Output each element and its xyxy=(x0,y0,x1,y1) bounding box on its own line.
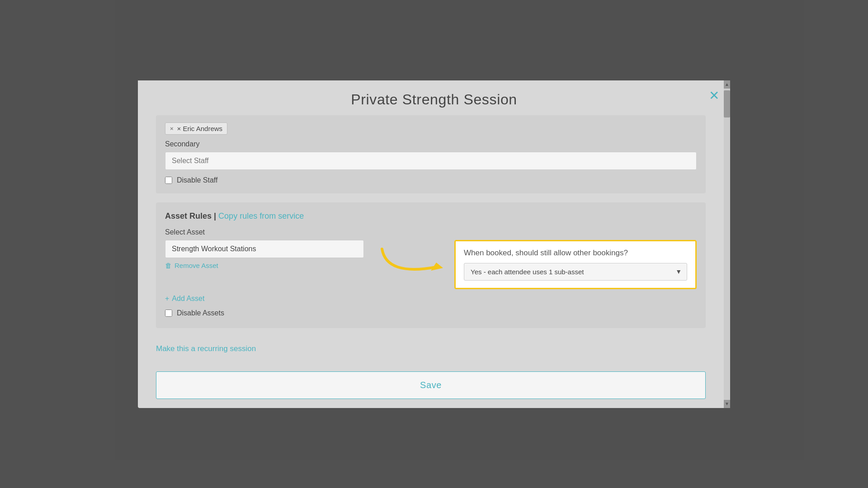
disable-assets-checkbox[interactable] xyxy=(165,310,172,317)
booking-question-box: When booked, should still allow other bo… xyxy=(454,240,697,289)
staff-section: × × Eric Andrews Secondary Disable Staff xyxy=(156,115,706,193)
modal-container: Private Strength Session ✕ ▲ ▼ × × Eric … xyxy=(138,80,730,408)
booking-select-wrapper: Yes - each attendee uses 1 sub-asset No … xyxy=(464,263,687,281)
remove-asset-button[interactable]: 🗑 Remove Asset xyxy=(165,262,218,269)
scroll-up-button[interactable]: ▲ xyxy=(724,80,730,89)
save-button-container: Save xyxy=(156,371,706,399)
close-button[interactable]: ✕ xyxy=(709,89,719,102)
plus-icon: + xyxy=(165,295,169,303)
asset-rules-section: Asset Rules | Copy rules from service Se… xyxy=(156,202,706,328)
disable-staff-label: Disable Staff xyxy=(177,176,217,184)
scroll-down-button[interactable]: ▼ xyxy=(724,400,730,408)
arrow-svg xyxy=(373,240,445,285)
remove-staff-tag-button[interactable]: × xyxy=(170,125,174,132)
booking-question-text: When booked, should still allow other bo… xyxy=(464,249,687,258)
modal-overlay: Private Strength Session ✕ ▲ ▼ × × Eric … xyxy=(0,0,868,488)
select-asset-label: Select Asset xyxy=(165,228,697,236)
staff-tag: × × Eric Andrews xyxy=(165,122,227,135)
disable-assets-label: Disable Assets xyxy=(177,309,224,317)
disable-assets-row: Disable Assets xyxy=(165,309,697,317)
staff-tag-label: × Eric Andrews xyxy=(177,125,222,132)
trash-icon: 🗑 xyxy=(165,262,172,269)
asset-row: 🗑 Remove Asset When booked, should s xyxy=(165,240,697,289)
scroll-thumb[interactable] xyxy=(724,90,730,117)
asset-rules-header: Asset Rules | Copy rules from service xyxy=(165,211,697,221)
booking-select[interactable]: Yes - each attendee uses 1 sub-asset No … xyxy=(464,263,687,281)
save-button[interactable]: Save xyxy=(156,371,706,399)
copy-rules-link[interactable]: Copy rules from service xyxy=(218,211,304,221)
asset-left-col: 🗑 Remove Asset xyxy=(165,240,364,269)
secondary-label: Secondary xyxy=(165,140,697,148)
modal-header: Private Strength Session ✕ xyxy=(138,80,730,115)
recurring-link[interactable]: Make this a recurring session xyxy=(156,344,256,353)
recurring-section: Make this a recurring session xyxy=(156,337,706,371)
add-asset-label: Add Asset xyxy=(172,295,204,303)
disable-staff-checkbox[interactable] xyxy=(165,177,172,184)
modal-body: × × Eric Andrews Secondary Disable Staff… xyxy=(138,115,730,408)
arrow-annotation xyxy=(373,240,445,285)
asset-rules-title: Asset Rules xyxy=(165,211,212,221)
add-asset-button[interactable]: + Add Asset xyxy=(165,295,204,303)
modal-title: Private Strength Session xyxy=(156,91,712,108)
staff-tag-row: × × Eric Andrews xyxy=(165,122,697,135)
secondary-staff-input[interactable] xyxy=(165,152,697,170)
scrollbar: ▲ ▼ xyxy=(724,80,730,408)
asset-select-input[interactable] xyxy=(165,240,364,258)
disable-staff-row: Disable Staff xyxy=(165,176,697,184)
remove-asset-label: Remove Asset xyxy=(175,262,218,269)
